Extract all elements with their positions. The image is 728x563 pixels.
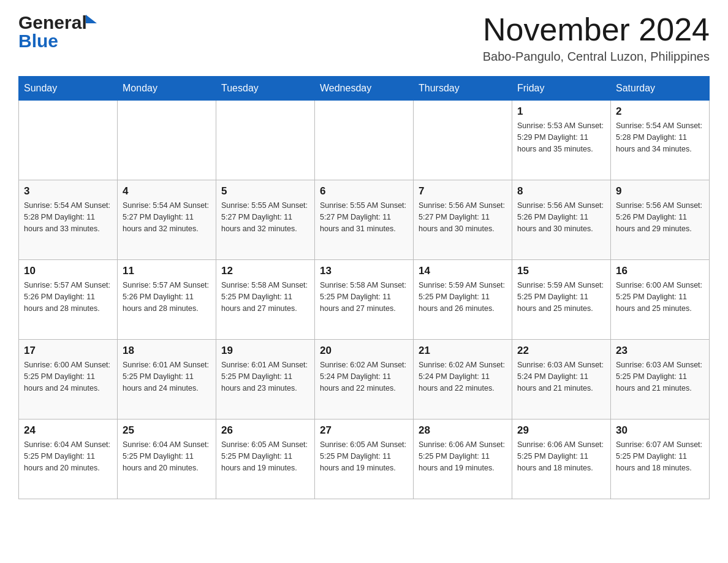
calendar-cell: 7Sunrise: 5:56 AM Sunset: 5:27 PM Daylig… — [414, 180, 512, 260]
calendar-week-row: 3Sunrise: 5:54 AM Sunset: 5:28 PM Daylig… — [19, 180, 710, 260]
day-info: Sunrise: 5:56 AM Sunset: 5:26 PM Dayligh… — [517, 200, 605, 234]
day-info: Sunrise: 5:53 AM Sunset: 5:29 PM Dayligh… — [517, 120, 605, 155]
day-info: Sunrise: 6:06 AM Sunset: 5:25 PM Dayligh… — [517, 439, 605, 473]
location-title: Babo-Pangulo, Central Luzon, Philippines — [483, 50, 710, 64]
calendar-cell: 17Sunrise: 6:00 AM Sunset: 5:25 PM Dayli… — [19, 340, 118, 419]
day-of-week-header: Thursday — [414, 77, 512, 101]
calendar-cell: 30Sunrise: 6:07 AM Sunset: 5:25 PM Dayli… — [611, 419, 710, 499]
day-info: Sunrise: 5:54 AM Sunset: 5:28 PM Dayligh… — [616, 120, 704, 155]
calendar-cell: 12Sunrise: 5:58 AM Sunset: 5:25 PM Dayli… — [216, 260, 315, 340]
day-of-week-header: Friday — [512, 77, 611, 101]
calendar-cell: 25Sunrise: 6:04 AM Sunset: 5:25 PM Dayli… — [118, 419, 216, 499]
calendar-cell: 3Sunrise: 5:54 AM Sunset: 5:28 PM Daylig… — [19, 180, 118, 260]
day-info: Sunrise: 6:00 AM Sunset: 5:25 PM Dayligh… — [24, 359, 112, 394]
day-of-week-header: Wednesday — [315, 77, 414, 101]
day-number: 20 — [320, 345, 408, 357]
day-info: Sunrise: 5:58 AM Sunset: 5:25 PM Dayligh… — [320, 280, 408, 314]
day-number: 24 — [24, 424, 112, 437]
day-number: 6 — [320, 185, 408, 197]
day-info: Sunrise: 6:02 AM Sunset: 5:24 PM Dayligh… — [419, 359, 507, 394]
calendar-week-row: 24Sunrise: 6:04 AM Sunset: 5:25 PM Dayli… — [19, 419, 710, 499]
calendar-cell — [118, 101, 216, 180]
day-number: 13 — [320, 265, 408, 277]
day-number: 11 — [123, 265, 211, 277]
day-of-week-header: Monday — [118, 77, 216, 101]
day-info: Sunrise: 6:02 AM Sunset: 5:24 PM Dayligh… — [320, 359, 408, 394]
page-header: General Blue November 2024 Babo-Pangulo,… — [18, 12, 710, 64]
calendar-cell: 8Sunrise: 5:56 AM Sunset: 5:26 PM Daylig… — [512, 180, 611, 260]
calendar-cell: 5Sunrise: 5:55 AM Sunset: 5:27 PM Daylig… — [216, 180, 315, 260]
calendar-cell: 15Sunrise: 5:59 AM Sunset: 5:25 PM Dayli… — [512, 260, 611, 340]
logo-general-text: General — [18, 12, 87, 33]
day-number: 1 — [517, 105, 605, 118]
day-number: 5 — [221, 185, 309, 197]
day-of-week-header: Sunday — [19, 77, 118, 101]
day-info: Sunrise: 6:07 AM Sunset: 5:25 PM Dayligh… — [616, 439, 704, 473]
day-info: Sunrise: 5:56 AM Sunset: 5:27 PM Dayligh… — [419, 200, 507, 234]
day-number: 15 — [517, 265, 605, 277]
day-number: 27 — [320, 424, 408, 437]
calendar-table: SundayMondayTuesdayWednesdayThursdayFrid… — [18, 76, 710, 499]
calendar-header-row: SundayMondayTuesdayWednesdayThursdayFrid… — [19, 77, 710, 101]
day-of-week-header: Saturday — [611, 77, 710, 101]
calendar-cell — [19, 101, 118, 180]
day-info: Sunrise: 6:03 AM Sunset: 5:24 PM Dayligh… — [517, 359, 605, 394]
calendar-cell: 26Sunrise: 6:05 AM Sunset: 5:25 PM Dayli… — [216, 419, 315, 499]
day-number: 2 — [616, 105, 704, 118]
day-number: 3 — [24, 185, 112, 197]
calendar-cell: 21Sunrise: 6:02 AM Sunset: 5:24 PM Dayli… — [414, 340, 512, 419]
day-info: Sunrise: 6:05 AM Sunset: 5:25 PM Dayligh… — [221, 439, 309, 473]
calendar-cell: 24Sunrise: 6:04 AM Sunset: 5:25 PM Dayli… — [19, 419, 118, 499]
day-number: 29 — [517, 424, 605, 437]
day-number: 18 — [123, 345, 211, 357]
day-info: Sunrise: 6:06 AM Sunset: 5:25 PM Dayligh… — [419, 439, 507, 473]
logo-flag-icon — [86, 15, 97, 23]
day-number: 14 — [419, 265, 507, 277]
day-info: Sunrise: 6:04 AM Sunset: 5:25 PM Dayligh… — [123, 439, 211, 473]
day-info: Sunrise: 5:59 AM Sunset: 5:25 PM Dayligh… — [419, 280, 507, 314]
calendar-cell: 20Sunrise: 6:02 AM Sunset: 5:24 PM Dayli… — [315, 340, 414, 419]
day-info: Sunrise: 6:01 AM Sunset: 5:25 PM Dayligh… — [221, 359, 309, 394]
day-number: 9 — [616, 185, 704, 197]
calendar-cell: 14Sunrise: 5:59 AM Sunset: 5:25 PM Dayli… — [414, 260, 512, 340]
calendar-cell — [216, 101, 315, 180]
calendar-cell: 10Sunrise: 5:57 AM Sunset: 5:26 PM Dayli… — [19, 260, 118, 340]
day-number: 17 — [24, 345, 112, 357]
calendar-week-row: 10Sunrise: 5:57 AM Sunset: 5:26 PM Dayli… — [19, 260, 710, 340]
day-number: 21 — [419, 345, 507, 357]
day-number: 19 — [221, 345, 309, 357]
day-number: 26 — [221, 424, 309, 437]
day-info: Sunrise: 5:57 AM Sunset: 5:26 PM Dayligh… — [123, 280, 211, 314]
title-area: November 2024 Babo-Pangulo, Central Luzo… — [483, 12, 710, 64]
calendar-cell: 19Sunrise: 6:01 AM Sunset: 5:25 PM Dayli… — [216, 340, 315, 419]
calendar-cell: 4Sunrise: 5:54 AM Sunset: 5:27 PM Daylig… — [118, 180, 216, 260]
day-number: 28 — [419, 424, 507, 437]
calendar-cell: 16Sunrise: 6:00 AM Sunset: 5:25 PM Dayli… — [611, 260, 710, 340]
logo-blue-text: Blue — [18, 31, 58, 52]
calendar-cell: 28Sunrise: 6:06 AM Sunset: 5:25 PM Dayli… — [414, 419, 512, 499]
day-number: 12 — [221, 265, 309, 277]
month-title: November 2024 — [483, 12, 710, 47]
calendar-cell: 9Sunrise: 5:56 AM Sunset: 5:26 PM Daylig… — [611, 180, 710, 260]
day-info: Sunrise: 5:58 AM Sunset: 5:25 PM Dayligh… — [221, 280, 309, 314]
calendar-cell — [315, 101, 414, 180]
calendar-cell: 18Sunrise: 6:01 AM Sunset: 5:25 PM Dayli… — [118, 340, 216, 419]
calendar-cell: 6Sunrise: 5:55 AM Sunset: 5:27 PM Daylig… — [315, 180, 414, 260]
calendar-cell: 2Sunrise: 5:54 AM Sunset: 5:28 PM Daylig… — [611, 101, 710, 180]
day-info: Sunrise: 6:04 AM Sunset: 5:25 PM Dayligh… — [24, 439, 112, 473]
day-info: Sunrise: 5:54 AM Sunset: 5:27 PM Dayligh… — [123, 200, 211, 234]
day-number: 25 — [123, 424, 211, 437]
day-info: Sunrise: 5:54 AM Sunset: 5:28 PM Dayligh… — [24, 200, 112, 234]
day-info: Sunrise: 5:59 AM Sunset: 5:25 PM Dayligh… — [517, 280, 605, 314]
day-number: 4 — [123, 185, 211, 197]
day-number: 22 — [517, 345, 605, 357]
calendar-cell: 29Sunrise: 6:06 AM Sunset: 5:25 PM Dayli… — [512, 419, 611, 499]
day-number: 16 — [616, 265, 704, 277]
day-info: Sunrise: 6:05 AM Sunset: 5:25 PM Dayligh… — [320, 439, 408, 473]
day-of-week-header: Tuesday — [216, 77, 315, 101]
calendar-cell: 22Sunrise: 6:03 AM Sunset: 5:24 PM Dayli… — [512, 340, 611, 419]
calendar-cell: 11Sunrise: 5:57 AM Sunset: 5:26 PM Dayli… — [118, 260, 216, 340]
calendar-cell — [414, 101, 512, 180]
day-info: Sunrise: 6:01 AM Sunset: 5:25 PM Dayligh… — [123, 359, 211, 394]
calendar-cell: 1Sunrise: 5:53 AM Sunset: 5:29 PM Daylig… — [512, 101, 611, 180]
